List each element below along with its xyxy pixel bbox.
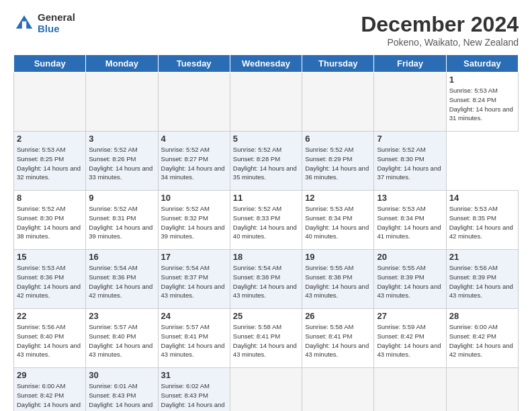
table-row: 16Sunrise: 5:54 AMSunset: 8:36 PMDayligh… xyxy=(86,250,158,309)
month-title: December 2024 xyxy=(361,12,519,37)
col-tuesday: Tuesday xyxy=(158,55,230,73)
logo-text: General Blue xyxy=(38,12,75,34)
logo-icon xyxy=(13,13,35,34)
empty-cell xyxy=(302,368,374,412)
col-sunday: Sunday xyxy=(14,55,86,73)
table-row: 13Sunrise: 5:53 AMSunset: 8:34 PMDayligh… xyxy=(374,191,446,250)
col-thursday: Thursday xyxy=(302,55,374,73)
calendar-row: 8Sunrise: 5:52 AMSunset: 8:30 PMDaylight… xyxy=(14,191,519,250)
table-row: 17Sunrise: 5:54 AMSunset: 8:37 PMDayligh… xyxy=(158,250,230,309)
empty-cell xyxy=(158,73,230,132)
table-row: 22Sunrise: 5:56 AMSunset: 8:40 PMDayligh… xyxy=(14,309,86,368)
table-row: 2Sunrise: 5:53 AMSunset: 8:25 PMDaylight… xyxy=(14,132,86,191)
table-row: 7Sunrise: 5:52 AMSunset: 8:30 PMDaylight… xyxy=(374,132,446,191)
table-row: 18Sunrise: 5:54 AMSunset: 8:38 PMDayligh… xyxy=(230,250,302,309)
calendar-row: 2Sunrise: 5:53 AMSunset: 8:25 PMDaylight… xyxy=(14,132,519,191)
col-monday: Monday xyxy=(86,55,158,73)
table-row: 30Sunrise: 6:01 AMSunset: 8:43 PMDayligh… xyxy=(86,368,158,412)
empty-cell xyxy=(446,368,518,412)
calendar-header: Sunday Monday Tuesday Wednesday Thursday… xyxy=(14,55,519,73)
calendar-row: 22Sunrise: 5:56 AMSunset: 8:40 PMDayligh… xyxy=(14,309,519,368)
header: General Blue December 2024 Pokeno, Waika… xyxy=(13,12,519,48)
calendar-row: 1Sunrise: 5:53 AMSunset: 8:24 PMDaylight… xyxy=(14,73,519,132)
logo-blue: Blue xyxy=(38,24,75,35)
empty-cell xyxy=(374,73,446,132)
calendar-row: 15Sunrise: 5:53 AMSunset: 8:36 PMDayligh… xyxy=(14,250,519,309)
table-row: 8Sunrise: 5:52 AMSunset: 8:30 PMDaylight… xyxy=(14,191,86,250)
empty-cell xyxy=(230,73,302,132)
table-row: 29Sunrise: 6:00 AMSunset: 8:42 PMDayligh… xyxy=(14,368,86,412)
col-saturday: Saturday xyxy=(446,55,518,73)
logo-general: General xyxy=(38,12,75,24)
table-row: 11Sunrise: 5:52 AMSunset: 8:33 PMDayligh… xyxy=(230,191,302,250)
empty-cell xyxy=(14,73,86,132)
table-row: 28Sunrise: 6:00 AMSunset: 8:42 PMDayligh… xyxy=(446,309,518,368)
empty-cell xyxy=(374,368,446,412)
table-row: 31Sunrise: 6:02 AMSunset: 8:43 PMDayligh… xyxy=(158,368,230,412)
empty-cell xyxy=(230,368,302,412)
table-row: 9Sunrise: 5:52 AMSunset: 8:31 PMDaylight… xyxy=(86,191,158,250)
col-wednesday: Wednesday xyxy=(230,55,302,73)
table-row: 6Sunrise: 5:52 AMSunset: 8:29 PMDaylight… xyxy=(302,132,374,191)
table-row: 1Sunrise: 5:53 AMSunset: 8:24 PMDaylight… xyxy=(446,73,518,132)
table-row: 10Sunrise: 5:52 AMSunset: 8:32 PMDayligh… xyxy=(158,191,230,250)
table-row: 26Sunrise: 5:58 AMSunset: 8:41 PMDayligh… xyxy=(302,309,374,368)
location: Pokeno, Waikato, New Zealand xyxy=(361,37,519,48)
page: General Blue December 2024 Pokeno, Waika… xyxy=(0,0,532,411)
table-row: 12Sunrise: 5:53 AMSunset: 8:34 PMDayligh… xyxy=(302,191,374,250)
table-row: 15Sunrise: 5:53 AMSunset: 8:36 PMDayligh… xyxy=(14,250,86,309)
table-row: 19Sunrise: 5:55 AMSunset: 8:38 PMDayligh… xyxy=(302,250,374,309)
table-row: 3Sunrise: 5:52 AMSunset: 8:26 PMDaylight… xyxy=(86,132,158,191)
svg-rect-2 xyxy=(22,21,26,28)
table-row: 4Sunrise: 5:52 AMSunset: 8:27 PMDaylight… xyxy=(158,132,230,191)
calendar-body: 1Sunrise: 5:53 AMSunset: 8:24 PMDaylight… xyxy=(14,73,519,412)
table-row: 27Sunrise: 5:59 AMSunset: 8:42 PMDayligh… xyxy=(374,309,446,368)
table-row: 21Sunrise: 5:56 AMSunset: 8:39 PMDayligh… xyxy=(446,250,518,309)
empty-cell xyxy=(302,73,374,132)
table-row: 25Sunrise: 5:58 AMSunset: 8:41 PMDayligh… xyxy=(230,309,302,368)
table-row: 20Sunrise: 5:55 AMSunset: 8:39 PMDayligh… xyxy=(374,250,446,309)
header-row: Sunday Monday Tuesday Wednesday Thursday… xyxy=(14,55,519,73)
table-row: 5Sunrise: 5:52 AMSunset: 8:28 PMDaylight… xyxy=(230,132,302,191)
table-row: 23Sunrise: 5:57 AMSunset: 8:40 PMDayligh… xyxy=(86,309,158,368)
table-row: 24Sunrise: 5:57 AMSunset: 8:41 PMDayligh… xyxy=(158,309,230,368)
calendar-row: 29Sunrise: 6:00 AMSunset: 8:42 PMDayligh… xyxy=(14,368,519,412)
table-row: 14Sunrise: 5:53 AMSunset: 8:35 PMDayligh… xyxy=(446,191,518,250)
col-friday: Friday xyxy=(374,55,446,73)
empty-cell xyxy=(86,73,158,132)
title-block: December 2024 Pokeno, Waikato, New Zeala… xyxy=(361,12,519,48)
calendar: Sunday Monday Tuesday Wednesday Thursday… xyxy=(13,54,519,411)
logo: General Blue xyxy=(13,12,75,34)
